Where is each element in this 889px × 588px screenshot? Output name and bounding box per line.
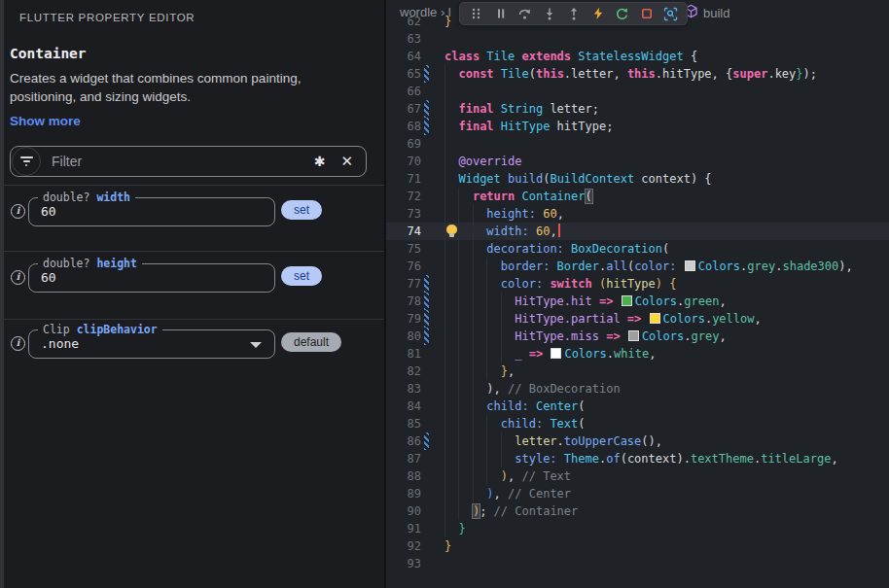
code-line[interactable]: 77 color: switch (hitType) { xyxy=(386,275,889,293)
indent-guide xyxy=(458,188,459,205)
filter-icon-button[interactable] xyxy=(12,147,41,176)
code-line[interactable]: 76 border: Border.all(color: Colors.grey… xyxy=(386,258,889,275)
indent-guide xyxy=(458,415,459,432)
indent-guide xyxy=(486,328,487,345)
token: , xyxy=(649,347,656,361)
token: of xyxy=(606,452,620,466)
gutter-spacer xyxy=(424,398,429,415)
code-line[interactable]: 80 HitType.miss => Colors.grey, xyxy=(386,328,889,345)
code-line[interactable]: 89 ), // Center xyxy=(386,485,889,502)
code-line[interactable]: 68 final HitType hitType; xyxy=(386,118,889,135)
indent-guide xyxy=(444,275,445,293)
line-number: 75 xyxy=(386,240,421,258)
token: 60 xyxy=(536,225,550,238)
code-line[interactable]: 66 xyxy=(386,83,889,100)
code-line[interactable]: 86 letter.toUpperCase(), xyxy=(386,432,889,450)
token: textTheme xyxy=(691,452,754,466)
token xyxy=(444,399,486,413)
filter-input[interactable] xyxy=(41,153,314,170)
breadcrumb-method[interactable]: build xyxy=(703,6,729,20)
code-text: const Tile(this.letter, this.hitType, {s… xyxy=(444,65,889,83)
property-value-field[interactable]: double? height xyxy=(28,263,275,293)
code-line[interactable]: 85 child: Text( xyxy=(386,415,889,432)
indent-guide xyxy=(486,467,487,485)
line-number: 69 xyxy=(386,135,421,153)
code-line[interactable]: 92} xyxy=(386,537,889,555)
token: // Center xyxy=(508,487,571,501)
token: Theme xyxy=(564,452,599,466)
info-icon[interactable]: i xyxy=(11,204,25,219)
code-line[interactable]: 71 Widget build(BuildContext context) { xyxy=(386,170,889,188)
gutter-spacer xyxy=(424,240,429,258)
code-line[interactable]: 93 xyxy=(386,555,889,572)
code-line[interactable]: 82 }, xyxy=(386,363,889,380)
indent-guide xyxy=(501,450,502,467)
clear-filter-icon[interactable]: ✕ xyxy=(340,153,353,170)
indent-guide xyxy=(458,450,459,467)
lightbulb-icon[interactable] xyxy=(446,225,457,234)
code-line[interactable]: 78 HitType.hit => Colors.green, xyxy=(386,293,889,310)
indent-guide xyxy=(486,415,487,432)
code-line[interactable]: 70 @override xyxy=(386,153,889,170)
hot-reload-bolt-icon[interactable] xyxy=(587,4,608,23)
match-case-icon[interactable]: ✱ xyxy=(314,154,326,169)
code-line[interactable]: 84 child: Center( xyxy=(386,398,889,415)
step-over-icon[interactable] xyxy=(515,4,535,23)
property-value-input[interactable] xyxy=(41,265,240,291)
pause-icon[interactable] xyxy=(490,4,511,23)
token: white xyxy=(614,347,649,361)
code-line[interactable]: 73 height: 60, xyxy=(386,205,889,223)
code-line[interactable]: 79 HitType.partial => Colors.yellow, xyxy=(386,310,889,328)
indent-guide xyxy=(473,240,474,258)
indent-guide xyxy=(444,153,445,170)
info-icon[interactable]: i xyxy=(11,336,25,351)
stop-icon[interactable] xyxy=(636,4,657,23)
token: grey xyxy=(691,329,719,343)
grip-icon[interactable] xyxy=(466,4,486,23)
modified-line-marker xyxy=(424,328,429,345)
code-line[interactable]: 87 style: Theme.of(context).textTheme.ti… xyxy=(386,450,889,467)
code-line[interactable]: 72 return Container( xyxy=(386,188,889,205)
code-line[interactable]: 88 ), // Text xyxy=(386,467,889,485)
line-number: 67 xyxy=(386,100,421,118)
code-line[interactable]: 81 _ => Colors.white, xyxy=(386,345,889,363)
set-button[interactable]: set xyxy=(281,200,322,220)
code-line[interactable]: 74 width: 60, xyxy=(386,223,889,240)
color-swatch xyxy=(622,295,632,306)
chevron-down-icon[interactable] xyxy=(250,342,262,348)
property-value-input[interactable] xyxy=(41,199,240,225)
token: grey xyxy=(747,259,775,273)
token: ( xyxy=(578,417,585,431)
code-line[interactable]: 64class Tile extends StatelessWidget { xyxy=(386,48,889,65)
property-value-field[interactable]: double? width xyxy=(28,197,275,226)
step-out-icon[interactable] xyxy=(563,4,584,23)
default-button[interactable]: default xyxy=(281,332,341,352)
code-text: @override xyxy=(444,153,889,170)
code-line[interactable]: 83 ), // BoxDecoration xyxy=(386,380,889,398)
property-row-width: idouble? widthset xyxy=(0,190,384,245)
indent-guide xyxy=(444,258,445,275)
code-line[interactable]: 63 xyxy=(386,30,889,48)
indent-guide xyxy=(501,310,502,328)
code-line[interactable]: 91 } xyxy=(386,520,889,537)
step-into-icon[interactable] xyxy=(539,4,559,23)
breadcrumb-path[interactable]: wordle › l xyxy=(400,5,451,19)
indent-guide xyxy=(473,485,474,502)
token xyxy=(444,67,458,81)
set-button[interactable]: set xyxy=(281,266,322,286)
restart-icon[interactable] xyxy=(612,4,632,23)
indent-guide xyxy=(473,310,474,328)
show-more-link[interactable]: Show more xyxy=(10,114,81,128)
code-line[interactable]: 90 ); // Container xyxy=(386,502,889,520)
code-line[interactable]: 65 const Tile(this.letter, this.hitType,… xyxy=(386,65,889,83)
code-line[interactable]: 69 xyxy=(386,135,889,153)
property-value-dropdown[interactable]: Clip clipBehavior.none xyxy=(28,329,275,359)
widget-inspector-icon[interactable] xyxy=(660,4,681,23)
line-number: 73 xyxy=(386,205,421,223)
property-row-clipBehavior: iClip clipBehavior.nonedefault xyxy=(0,323,384,377)
info-icon[interactable]: i xyxy=(11,270,25,285)
code-area[interactable]: 62}6364class Tile extends StatelessWidge… xyxy=(386,13,889,572)
code-line[interactable]: 75 decoration: BoxDecoration( xyxy=(386,240,889,258)
code-line[interactable]: 67 final String letter; xyxy=(386,100,889,118)
modified-line-marker xyxy=(424,310,429,328)
